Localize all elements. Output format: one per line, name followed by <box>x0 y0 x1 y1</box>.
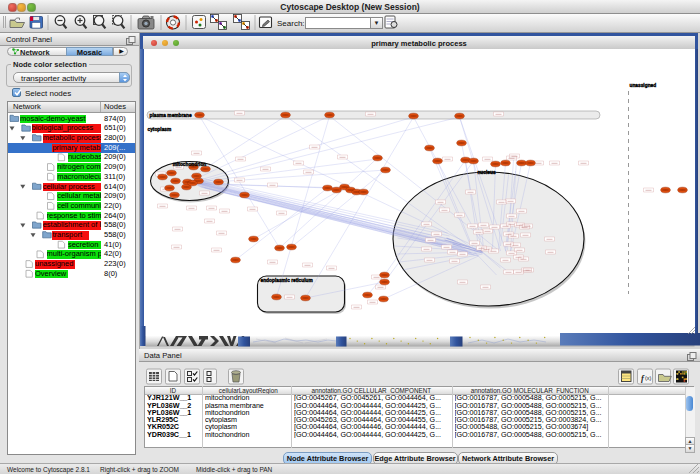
svg-text:nucleus: nucleus <box>477 170 495 175</box>
svg-text:endoplasmic reticulum: endoplasmic reticulum <box>260 278 312 283</box>
svg-text:plasma membrane: plasma membrane <box>149 113 191 118</box>
svg-text:(x): (x) <box>645 375 652 381</box>
svg-text:mitochondrion: mitochondrion <box>172 162 206 167</box>
svg-text:unassigned: unassigned <box>629 83 656 88</box>
svg-text:cytoplasm: cytoplasm <box>147 127 171 132</box>
